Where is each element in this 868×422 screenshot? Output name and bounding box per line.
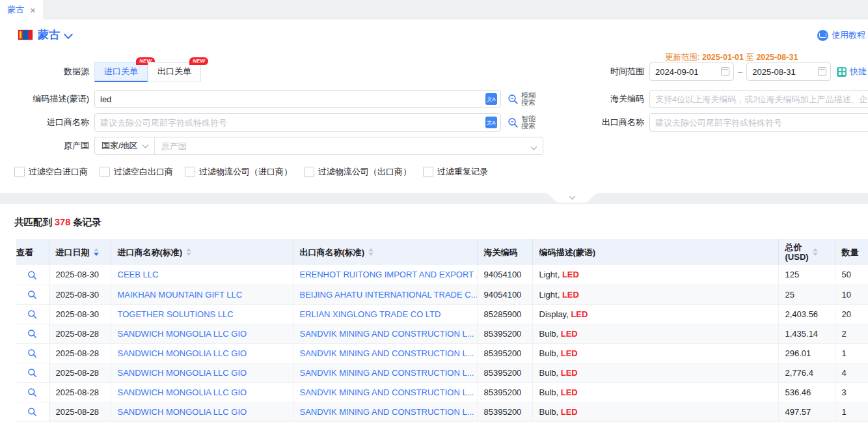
quantity-cell: 20 [835, 304, 868, 324]
import-date-cell: 2025-08-30 [49, 285, 111, 304]
view-record-button[interactable] [27, 407, 37, 417]
fuzzy-search-button[interactable]: 模糊搜索 [508, 92, 537, 106]
view-record-button[interactable] [27, 387, 37, 397]
quantity-cell: 2 [835, 324, 868, 343]
checkbox-icon[interactable] [100, 167, 110, 177]
column-header[interactable]: 总价(USD) [778, 239, 835, 265]
tab-bar: 蒙古 × [0, 0, 868, 20]
sort-icon[interactable] [368, 248, 373, 256]
checkbox-label: 过滤空白进口商 [29, 166, 88, 178]
collapse-panel-button[interactable] [547, 193, 597, 203]
sort-icon[interactable] [94, 248, 99, 256]
country-title[interactable]: 蒙古 [38, 27, 60, 42]
exporter-link[interactable]: SANDVIK MINING AND CONSTRUCTION L... [300, 387, 474, 397]
data-source-label: 数据源 [0, 66, 94, 77]
tab-mongolia[interactable]: 蒙古 × [0, 0, 43, 20]
importer-link[interactable]: MAIKHAN MOUNTAIN GIFT LLC [118, 290, 243, 300]
filter-checkbox[interactable]: 过滤物流公司（出口商） [304, 166, 411, 178]
quantity-cell: 1 [835, 402, 868, 421]
date-start-box [649, 63, 734, 81]
view-record-button[interactable] [27, 290, 37, 300]
quantity-cell: 4 [835, 363, 868, 382]
table-row: 2025-08-28SANDWICH MONGOLIA LLC GIOSANDV… [16, 324, 868, 343]
importer-link[interactable]: SANDWICH MONGOLIA LLC GIO [118, 387, 247, 397]
column-header: 海关编码 [477, 239, 532, 265]
update-range-to: 至 [746, 53, 754, 62]
importer-link[interactable]: TOGETHER SOLUTIONS LLC [118, 309, 234, 319]
origin-box: 国家/地区 [94, 137, 543, 155]
view-record-button[interactable] [27, 348, 37, 358]
view-record-button[interactable] [27, 309, 37, 319]
sort-icon[interactable] [813, 248, 818, 256]
exporter-link[interactable]: SANDVIK MINING AND CONSTRUCTION L... [300, 348, 474, 358]
column-header[interactable]: 进口日期 [49, 239, 111, 265]
calendar-icon[interactable] [721, 67, 729, 76]
led-highlight: LED [571, 309, 588, 319]
column-header[interactable]: 出口商名称(标准) [293, 239, 477, 265]
smart-search-button[interactable]: 智能搜索 [508, 115, 537, 130]
filter-checkbox[interactable]: 过滤重复记录 [423, 166, 488, 178]
customs-code-label: 海关编码 [590, 93, 649, 105]
view-record-button[interactable] [27, 270, 37, 280]
exporter-link[interactable]: ERLIAN XINGLONG TRADE CO LTD [300, 309, 441, 319]
exporter-link[interactable]: BEIJING AHATU INTERNATIONAL TRADE C... [300, 290, 478, 300]
translate-icon[interactable]: 文A [485, 93, 497, 105]
importer-link[interactable]: SANDWICH MONGOLIA LLC GIO [118, 348, 247, 358]
source-tab[interactable]: 出口关单NEW [148, 62, 201, 81]
exporter-input[interactable] [649, 113, 868, 132]
importer-link[interactable]: SANDWICH MONGOLIA LLC GIO [118, 329, 247, 339]
importer-link[interactable]: CEEB LLC [118, 270, 159, 279]
calendar-icon[interactable] [818, 67, 826, 76]
view-record-button[interactable] [27, 368, 37, 378]
checkbox-icon[interactable] [304, 167, 314, 177]
filter-checkbox[interactable]: 过滤空白进口商 [14, 166, 88, 178]
description-cell: Bulb, LED [532, 382, 778, 402]
importer-link[interactable]: SANDWICH MONGOLIA LLC GIO [118, 368, 247, 378]
checkbox-icon[interactable] [14, 167, 25, 177]
importer-input[interactable] [94, 113, 501, 132]
exporter-link[interactable]: SANDVIK MINING AND CONSTRUCTION L... [300, 368, 474, 378]
tutorial-link[interactable]: 使用教程 [817, 29, 865, 41]
new-badge: NEW [189, 57, 208, 65]
view-record-button[interactable] [27, 329, 37, 339]
quick-search-link[interactable]: 快捷 [837, 66, 867, 77]
table-row: 2025-08-28SANDWICH MONGOLIA LLC GIOSANDV… [16, 343, 868, 363]
import-date-cell: 2025-08-28 [49, 382, 111, 402]
exporter-row: 出口商名称 [590, 113, 868, 132]
column-label: 编码描述(蒙语) [539, 247, 596, 257]
origin-region-select[interactable]: 国家/地区 [95, 137, 155, 154]
table-row: 2025-08-28SANDWICH MONGOLIA LLC GIOSANDV… [16, 402, 868, 421]
chevron-down-icon[interactable] [64, 30, 73, 39]
exporter-link[interactable]: SANDVIK MINING AND CONSTRUCTION L... [300, 329, 474, 339]
column-header[interactable]: 进口商名称(标准) [111, 239, 293, 265]
exporter-link[interactable]: ERENHOT RUITONG IMPORT AND EXPORT ... [300, 270, 478, 279]
import-date-cell: 2025-08-28 [49, 363, 111, 382]
tab-title: 蒙古 [7, 4, 24, 16]
exporter-link[interactable]: SANDVIK MINING AND CONSTRUCTION L... [300, 407, 474, 417]
origin-select-value: 国家/地区 [102, 140, 138, 152]
total-price-cell: 2,403.56 [778, 304, 835, 324]
led-highlight: LED [562, 290, 579, 300]
translate-icon[interactable]: 文A [485, 117, 497, 128]
table-row: 2025-08-30TOGETHER SOLUTIONS LLCERLIAN X… [16, 304, 868, 324]
description-cell: Light, LED [532, 265, 778, 285]
filter-checkbox[interactable]: 过滤空白出口商 [100, 166, 173, 178]
filter-checkbox[interactable]: 过滤物流公司（进口商） [185, 166, 292, 178]
hs-code-cell: 94054100 [477, 265, 532, 285]
source-tab[interactable]: 进口关单NEW [94, 62, 148, 82]
column-label: 总价(USD) [785, 242, 809, 262]
origin-input[interactable] [155, 141, 532, 151]
total-price-cell: 296.01 [778, 343, 835, 363]
importer-link[interactable]: SANDWICH MONGOLIA LLC GIO [118, 407, 247, 417]
chevron-down-icon[interactable] [532, 140, 543, 152]
customs-code-input[interactable] [649, 90, 868, 108]
table-row: 2025-08-30CEEB LLCERENHOT RUITONG IMPORT… [16, 265, 868, 285]
checkbox-icon[interactable] [423, 167, 433, 177]
checkbox-icon[interactable] [185, 167, 195, 177]
sort-icon[interactable] [186, 248, 191, 256]
close-icon[interactable]: × [30, 5, 36, 15]
code-desc-input[interactable] [94, 90, 501, 108]
origin-label: 原产国 [0, 140, 94, 152]
page-header: 蒙古 使用教程 [0, 20, 868, 49]
column-label: 进口商名称(标准) [118, 247, 183, 257]
